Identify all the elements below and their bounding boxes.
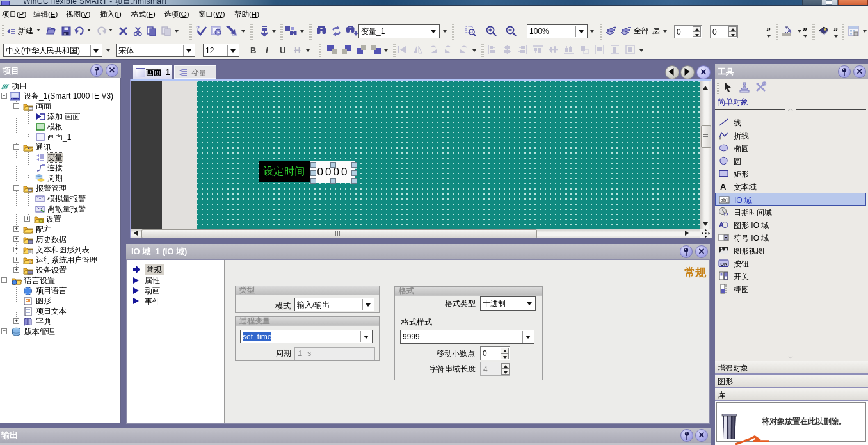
svg-text:A: A [720, 182, 727, 191]
svg-text:12: 12 [723, 213, 728, 217]
svg-text:?: ? [196, 25, 200, 32]
svg-text:ab]: ab] [721, 197, 728, 203]
svg-text:OK: OK [720, 261, 728, 267]
